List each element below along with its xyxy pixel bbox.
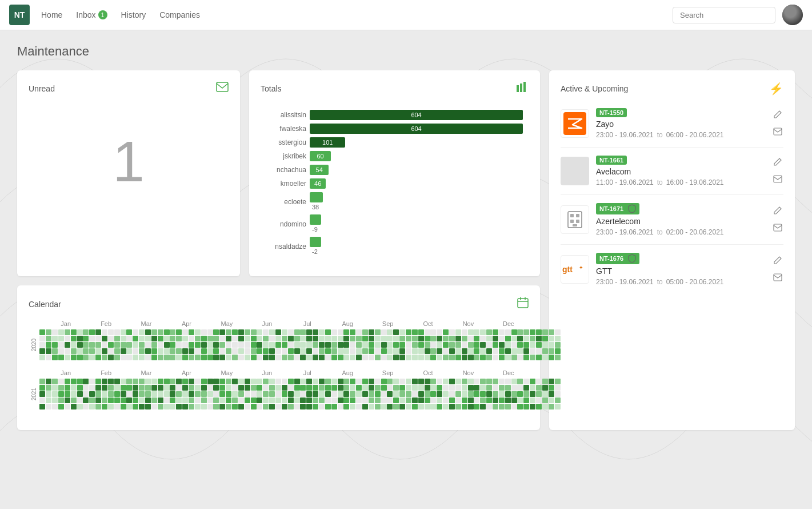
cal-cell [437, 348, 442, 354]
cal-cell [71, 355, 77, 360]
cal-cell [263, 355, 269, 360]
cal-cell [549, 342, 554, 348]
event-email-button[interactable] [772, 126, 783, 138]
cal-cell [83, 329, 89, 335]
cal-cell [201, 391, 207, 397]
cal-cell [170, 342, 175, 348]
event-details: NT-1676 GTT 23:00 - 19.06.2021 to 05:00 … [596, 253, 765, 286]
cal-cell [77, 391, 83, 397]
cal-cell [418, 404, 424, 409]
cal-cell [425, 348, 430, 354]
cal-cell [114, 348, 120, 354]
cal-cell [257, 342, 262, 348]
cal-cell [306, 391, 312, 397]
event-item: NT-1671 Azertelecom 23:00 - 19.06.2021 t… [561, 195, 783, 245]
event-details: NT-1671 Azertelecom 23:00 - 19.06.2021 t… [596, 203, 765, 236]
cal-cell [95, 385, 101, 391]
cal-cell [437, 355, 442, 360]
event-actions [772, 205, 783, 234]
calendar-month-col [474, 329, 517, 360]
cal-cell [555, 355, 561, 360]
event-email-button[interactable] [772, 222, 783, 234]
cal-cell [523, 355, 529, 360]
cal-cell [387, 404, 393, 409]
cal-cell [145, 379, 151, 384]
cal-cell [530, 397, 535, 403]
cal-cell [176, 355, 182, 360]
nav-companies[interactable]: Companies [159, 8, 200, 22]
event-edit-button[interactable] [772, 205, 783, 218]
cal-cell [468, 404, 474, 409]
cal-cell [486, 391, 492, 397]
cal-cell [195, 397, 201, 403]
cal-cell [139, 329, 145, 335]
search-input[interactable] [673, 7, 775, 23]
cal-cell [480, 329, 486, 335]
cal-cell [523, 348, 529, 354]
calendar-week-row [170, 397, 213, 403]
cal-cell [381, 342, 387, 348]
svg-rect-10 [570, 220, 574, 223]
cal-cell [226, 379, 231, 384]
event-edit-button[interactable] [772, 109, 783, 122]
cal-cell [226, 336, 231, 341]
cal-cell [455, 397, 461, 403]
nav-history[interactable]: History [121, 8, 146, 22]
cal-cell [121, 336, 126, 341]
cal-cell [418, 397, 424, 403]
calendar-month-col [170, 329, 213, 360]
cal-cell [369, 329, 374, 335]
cal-cell [425, 397, 430, 403]
cal-cell [331, 385, 337, 391]
event-email-button[interactable] [772, 272, 783, 284]
calendar-week-row [170, 385, 213, 391]
cal-cell [430, 348, 436, 354]
nav-home[interactable]: Home [41, 8, 62, 22]
cal-cell [95, 379, 101, 384]
cal-cell [362, 336, 368, 341]
cal-cell [219, 342, 225, 348]
calendar-week-row [343, 379, 387, 384]
cal-cell [139, 391, 145, 397]
cal-cell [486, 397, 492, 403]
cal-cell [189, 385, 194, 391]
cal-cell [282, 355, 287, 360]
cal-cell [182, 348, 188, 354]
calendar-title: Calendar [29, 300, 61, 309]
cal-cell [511, 397, 517, 403]
event-edit-button[interactable] [772, 156, 783, 169]
calendar-week-row [213, 348, 257, 354]
calendar-week-row [39, 329, 83, 335]
cal-cell [530, 391, 535, 397]
cal-cell [381, 391, 387, 397]
event-edit-button[interactable] [772, 254, 783, 268]
cal-cell [437, 397, 442, 403]
cal-cell [449, 336, 455, 341]
calendar-month-col [300, 329, 343, 360]
cal-cell [77, 385, 83, 391]
avatar[interactable] [782, 5, 803, 25]
cal-cell [245, 397, 250, 403]
cal-cell [151, 342, 157, 348]
bar-value: -9 [312, 226, 318, 233]
cal-cell [449, 355, 455, 360]
cal-cell [238, 348, 244, 354]
cal-cell [158, 379, 163, 384]
cal-cell [219, 329, 225, 335]
nav-inbox[interactable]: Inbox 1 [76, 8, 107, 22]
calendar-week-row [517, 391, 561, 397]
cal-cell [399, 385, 405, 391]
cal-cell [275, 379, 281, 384]
cal-cell [412, 342, 418, 348]
app-logo[interactable]: NT [9, 5, 30, 25]
cal-cell [201, 342, 207, 348]
cal-cell [356, 391, 362, 397]
cal-cell [288, 385, 294, 391]
cal-cell [251, 379, 257, 384]
cal-cell [102, 355, 107, 360]
cal-cell [83, 342, 89, 348]
cal-cell [201, 397, 207, 403]
event-email-button[interactable] [772, 174, 783, 186]
cal-cell [201, 348, 207, 354]
calendar-week-row [430, 355, 474, 360]
